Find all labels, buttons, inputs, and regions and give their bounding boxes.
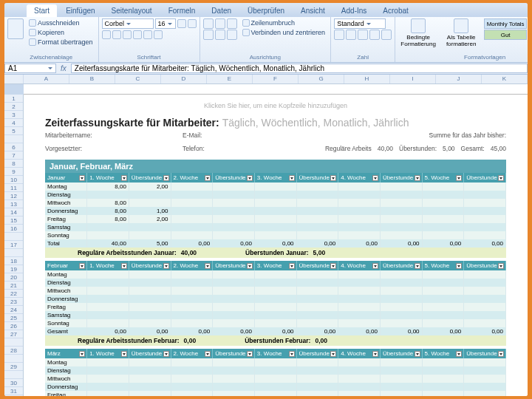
value-cell[interactable] (380, 231, 422, 239)
row-header[interactable]: 6 (4, 143, 23, 151)
value-cell[interactable] (296, 358, 338, 366)
dec-decimal-icon[interactable] (381, 30, 392, 40)
value-cell[interactable] (464, 279, 506, 287)
value-cell[interactable] (422, 319, 464, 327)
table-header[interactable]: Überstunde (464, 173, 506, 183)
value-cell[interactable] (171, 358, 213, 366)
formula-input[interactable]: Zeiterfassungskarte für Mitarbeiter: Täg… (71, 64, 528, 73)
day-cell[interactable]: Freitag (45, 391, 87, 396)
align-bottom-icon[interactable] (227, 18, 237, 29)
day-cell[interactable]: Samstag (45, 311, 87, 319)
value-cell[interactable]: 2,00 (129, 215, 171, 223)
value-cell[interactable] (296, 231, 338, 239)
value-cell[interactable] (380, 191, 422, 199)
value-cell[interactable] (380, 270, 422, 279)
value-cell[interactable] (380, 311, 422, 319)
value-cell[interactable] (171, 183, 213, 191)
table-header[interactable]: Überstunde (380, 173, 422, 183)
tab-acrobat[interactable]: Acrobat (375, 4, 415, 17)
table-header[interactable]: 4. Woche (338, 349, 381, 358)
row-header[interactable]: 10 (4, 176, 23, 184)
value-cell[interactable] (254, 366, 296, 375)
value-cell[interactable] (254, 295, 296, 303)
value-cell[interactable] (380, 207, 422, 215)
col-header[interactable] (4, 75, 24, 83)
percent-icon[interactable] (346, 30, 356, 40)
value-cell[interactable] (464, 183, 506, 191)
value-cell[interactable] (296, 319, 338, 327)
filter-icon[interactable] (289, 263, 295, 269)
value-cell[interactable] (129, 295, 171, 303)
row-header[interactable]: 17 (4, 241, 23, 249)
row-header[interactable]: 29 (4, 363, 23, 371)
filter-icon[interactable] (456, 351, 462, 357)
table-header[interactable]: 4. Woche (338, 173, 381, 183)
value-cell[interactable] (254, 270, 296, 279)
value-cell[interactable] (171, 223, 213, 231)
value-cell[interactable] (87, 303, 129, 311)
table-header[interactable]: 3. Woche (254, 349, 296, 358)
value-cell[interactable] (422, 191, 464, 199)
table-header[interactable]: Überstunde (129, 173, 171, 183)
value-cell[interactable] (129, 391, 171, 396)
row-header[interactable]: 18 (4, 257, 23, 265)
table-header[interactable]: Überstunde (213, 261, 255, 270)
value-cell[interactable] (171, 303, 213, 311)
row-header[interactable] (4, 338, 23, 347)
border-icon[interactable] (133, 30, 142, 39)
value-cell[interactable] (380, 199, 422, 207)
value-cell[interactable] (296, 199, 338, 207)
underline-icon[interactable] (123, 30, 132, 39)
value-cell[interactable]: 2,00 (129, 183, 171, 191)
value-cell[interactable] (422, 231, 464, 239)
value-cell[interactable] (422, 311, 464, 319)
day-cell[interactable]: Dienstag (45, 191, 87, 199)
table-header[interactable]: 3. Woche (254, 261, 296, 270)
value-cell[interactable] (338, 295, 381, 303)
filter-icon[interactable] (415, 175, 420, 181)
value-cell[interactable] (464, 199, 506, 207)
value-cell[interactable] (380, 215, 422, 223)
row-header[interactable]: 2 (4, 103, 23, 111)
value-cell[interactable] (338, 303, 381, 311)
value-cell[interactable] (464, 207, 506, 215)
value-cell[interactable] (213, 207, 255, 215)
value-cell[interactable] (129, 383, 171, 391)
filter-icon[interactable] (289, 175, 295, 181)
value-cell[interactable] (87, 319, 129, 327)
value-cell[interactable] (464, 375, 506, 383)
paste-icon[interactable] (7, 18, 24, 39)
value-cell[interactable] (213, 183, 255, 191)
conditional-formatting-button[interactable]: Bedingte Formatierung (398, 18, 438, 47)
value-cell[interactable] (296, 215, 338, 223)
grow-font-icon[interactable] (177, 19, 186, 28)
value-cell[interactable] (254, 303, 296, 311)
value-cell[interactable] (213, 223, 255, 231)
day-cell[interactable]: Montag (45, 270, 87, 279)
value-cell[interactable] (171, 207, 213, 215)
value-cell[interactable] (296, 191, 338, 199)
table-header[interactable]: Überstunde (296, 173, 338, 183)
day-cell[interactable]: Sonntag (45, 319, 87, 327)
row-header[interactable] (4, 233, 23, 241)
row-header[interactable]: 7 (4, 151, 23, 160)
row-header[interactable]: 27 (4, 330, 23, 338)
value-cell[interactable] (338, 270, 381, 279)
value-cell[interactable] (87, 391, 129, 396)
value-cell[interactable] (87, 223, 129, 231)
value-cell[interactable] (213, 311, 255, 319)
tab-einfügen[interactable]: Einfügen (58, 4, 102, 17)
filter-icon[interactable] (330, 175, 336, 181)
row-header[interactable]: 11 (4, 184, 23, 192)
value-cell[interactable] (464, 391, 506, 396)
value-cell[interactable] (296, 183, 338, 191)
row-header[interactable]: 20 (4, 273, 23, 282)
value-cell[interactable] (213, 191, 255, 199)
row-header[interactable] (4, 355, 23, 363)
value-cell[interactable] (213, 366, 255, 375)
value-cell[interactable] (464, 366, 506, 375)
row-header[interactable]: 24 (4, 306, 23, 314)
value-cell[interactable] (87, 358, 129, 366)
value-cell[interactable] (380, 319, 422, 327)
table-header[interactable]: 5. Woche (422, 173, 464, 183)
